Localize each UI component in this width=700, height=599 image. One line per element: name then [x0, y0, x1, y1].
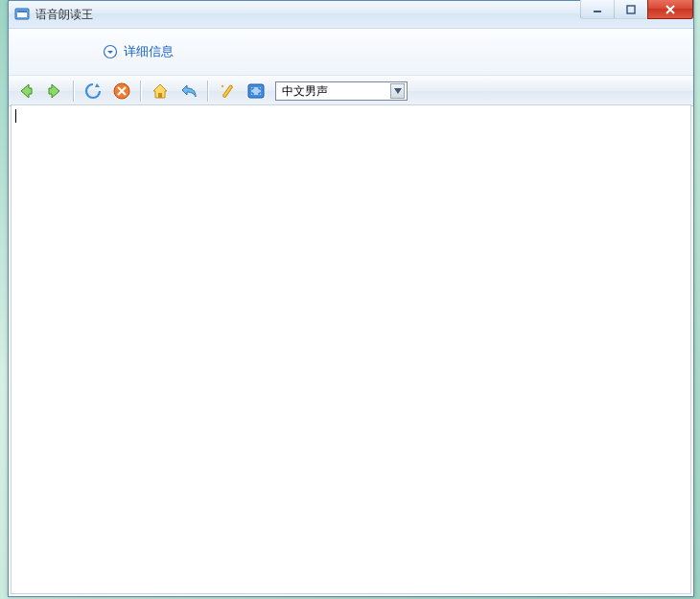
close-icon — [665, 5, 676, 14]
svg-rect-4 — [627, 6, 635, 13]
arrow-left-icon — [16, 81, 35, 101]
toolbar-separator — [140, 81, 142, 102]
undo-button[interactable] — [175, 78, 202, 104]
toolbar-separator — [207, 81, 209, 102]
app-icon — [14, 7, 30, 22]
home-icon — [151, 81, 170, 101]
voice-select-value: 中文男声 — [282, 83, 328, 100]
fullscreen-button[interactable] — [243, 78, 269, 104]
stop-icon — [112, 81, 131, 101]
maximize-icon — [626, 5, 636, 14]
svg-rect-2 — [17, 11, 27, 12]
magic-wand-button[interactable] — [214, 78, 241, 104]
svg-point-9 — [222, 85, 223, 87]
minimize-icon — [593, 5, 602, 14]
dropdown-arrow-icon — [390, 83, 405, 99]
refresh-icon — [83, 81, 103, 101]
minimize-button[interactable] — [580, 0, 614, 19]
title-bar: 语音朗读王 — [9, 1, 693, 29]
arrow-right-icon — [45, 81, 64, 101]
home-button[interactable] — [147, 78, 174, 104]
text-area[interactable] — [11, 104, 691, 594]
details-bar: 详细信息 — [9, 29, 693, 76]
svg-rect-7 — [158, 93, 162, 98]
svg-point-10 — [231, 86, 233, 88]
toolbar-separator — [73, 81, 75, 102]
app-window: 语音朗读王 — [8, 0, 694, 597]
voice-select[interactable]: 中文男声 — [275, 81, 408, 101]
window-title: 语音朗读王 — [35, 7, 93, 23]
svg-point-11 — [222, 94, 224, 96]
refresh-button[interactable] — [80, 78, 106, 104]
forward-button[interactable] — [41, 78, 68, 104]
text-cursor — [15, 109, 16, 123]
stop-button[interactable] — [108, 78, 135, 104]
details-link[interactable]: 详细信息 — [124, 43, 174, 60]
svg-rect-3 — [594, 11, 601, 12]
undo-icon — [179, 81, 198, 101]
window-controls — [580, 0, 693, 19]
back-button[interactable] — [12, 78, 39, 104]
magic-wand-icon — [218, 81, 237, 101]
toolbar: 中文男声 — [9, 76, 693, 106]
close-button[interactable] — [647, 0, 693, 19]
chevron-down-circle-icon[interactable] — [103, 44, 118, 59]
maximize-button[interactable] — [614, 0, 647, 19]
fullscreen-icon — [246, 81, 266, 101]
